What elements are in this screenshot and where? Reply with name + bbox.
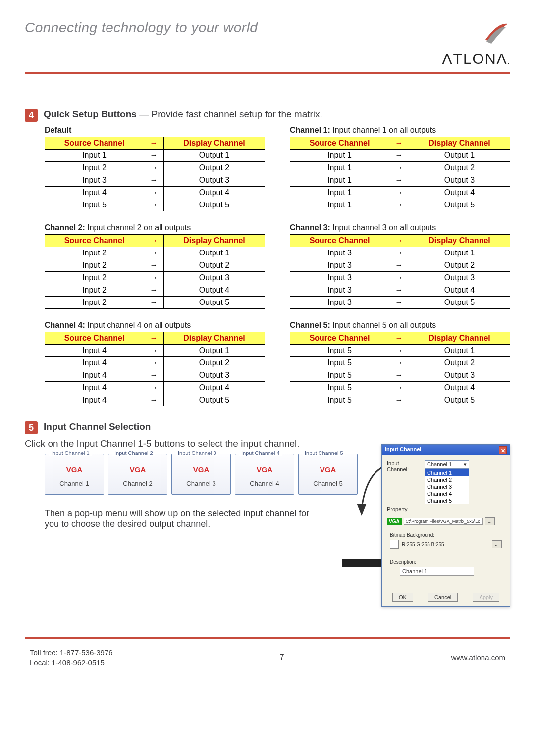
source-cell: Input 4 xyxy=(45,369,144,382)
col-arrow: → xyxy=(144,137,164,150)
table-row: Input 3→Output 1 xyxy=(290,247,510,259)
table-row: Input 1→Output 1 xyxy=(290,150,510,162)
bitmap-path-field[interactable]: C:\Program Files\VGA_Matrix_5x5\Lo xyxy=(404,518,483,525)
input-channel-button-1[interactable]: Input Channel 1VGAChannel 1 xyxy=(45,454,104,495)
channel-legend: Input Channel 2 xyxy=(112,450,155,456)
header-divider xyxy=(25,72,510,74)
channel-mapping-table: Source Channel→Display ChannelInput 2→Ou… xyxy=(45,234,265,309)
input-channel-label: Input Channel: xyxy=(387,460,422,472)
col-display: Display Channel xyxy=(409,137,510,150)
vga-badge: VGA xyxy=(387,518,402,525)
table-row: Input 1→Output 2 xyxy=(290,162,510,174)
contact-info: Toll free: 1-877-536-3976 Local: 1-408-9… xyxy=(30,647,113,668)
col-display: Display Channel xyxy=(164,332,265,345)
input-channel-button-2[interactable]: Input Channel 2VGAChannel 2 xyxy=(108,454,167,495)
arrow-cell: → xyxy=(389,357,409,369)
table-row: Input 4→Output 3 xyxy=(45,369,265,382)
arrow-cell: → xyxy=(389,284,409,297)
cancel-button[interactable]: Cancel xyxy=(428,593,458,602)
browse-button[interactable]: ... xyxy=(485,517,495,525)
display-cell: Output 5 xyxy=(409,394,510,406)
arrow-cell: → xyxy=(389,199,409,211)
source-cell: Input 5 xyxy=(290,345,389,357)
arrow-cell: → xyxy=(144,199,164,211)
arrow-cell: → xyxy=(389,297,409,309)
input-channel-button-3[interactable]: Input Channel 3VGAChannel 3 xyxy=(171,454,231,495)
input-channel-dialog: Input Channel ✕ Input Channel: Channel 1… xyxy=(381,444,510,607)
source-cell: Input 1 xyxy=(290,174,389,187)
col-display: Display Channel xyxy=(164,235,265,247)
bitmap-background-label: Bitmap Background: xyxy=(390,532,502,538)
dropdown-option[interactable]: Channel 3 xyxy=(425,483,469,490)
display-cell: Output 5 xyxy=(409,199,510,211)
table-caption: Channel 2: Input channel 2 on all output… xyxy=(45,223,265,232)
source-cell: Input 4 xyxy=(45,382,144,394)
source-cell: Input 1 xyxy=(290,199,389,211)
source-cell: Input 2 xyxy=(45,272,144,284)
description-field[interactable]: Channel 1 xyxy=(400,567,474,576)
display-cell: Output 4 xyxy=(164,284,265,297)
channel-legend: Input Channel 1 xyxy=(49,450,92,456)
table-caption: Channel 4: Input channel 4 on all output… xyxy=(45,321,265,330)
arrow-cell: → xyxy=(144,162,164,174)
input-channel-button-5[interactable]: Input Channel 5VGAChannel 5 xyxy=(298,454,358,495)
source-cell: Input 4 xyxy=(45,394,144,406)
display-cell: Output 5 xyxy=(164,297,265,309)
section-4-title: Quick Setup Buttons — Provide fast chann… xyxy=(44,109,322,120)
arrow-cell: → xyxy=(144,247,164,259)
dropdown-option[interactable]: Channel 4 xyxy=(425,490,469,497)
table-row: Input 2→Output 5 xyxy=(45,297,265,309)
table-row: Input 5→Output 5 xyxy=(45,199,265,211)
arrow-cell: → xyxy=(144,174,164,187)
arrow-cell: → xyxy=(389,394,409,406)
color-swatch[interactable] xyxy=(390,540,399,549)
source-cell: Input 5 xyxy=(290,394,389,406)
channel-mapping-table: Source Channel→Display ChannelInput 5→Ou… xyxy=(290,332,510,406)
arrow-cell: → xyxy=(389,272,409,284)
channel-type: VGA xyxy=(240,465,289,474)
brand-logo: ΛTLONΛ. xyxy=(442,20,510,67)
display-cell: Output 4 xyxy=(409,284,510,297)
table-row: Input 2→Output 2 xyxy=(45,162,265,174)
mapping-table-0: DefaultSource Channel→Display ChannelInp… xyxy=(45,126,265,211)
property-label: Property xyxy=(387,506,422,512)
website-url: www.atlona.com xyxy=(451,654,505,662)
col-display: Display Channel xyxy=(409,332,510,345)
dialog-close-button[interactable]: ✕ xyxy=(499,446,507,454)
source-cell: Input 3 xyxy=(290,247,389,259)
table-row: Input 3→Output 4 xyxy=(290,284,510,297)
display-cell: Output 4 xyxy=(409,382,510,394)
source-cell: Input 4 xyxy=(45,187,144,199)
dialog-title: Input Channel xyxy=(385,446,421,454)
display-cell: Output 5 xyxy=(409,297,510,309)
ok-button[interactable]: OK xyxy=(392,593,413,602)
arrow-cell: → xyxy=(389,150,409,162)
dropdown-option[interactable]: Channel 1 xyxy=(425,469,469,476)
dropdown-option[interactable]: Channel 5 xyxy=(425,497,469,504)
display-cell: Output 3 xyxy=(164,272,265,284)
display-cell: Output 1 xyxy=(409,345,510,357)
source-cell: Input 1 xyxy=(290,150,389,162)
mapping-table-4: Channel 4: Input channel 4 on all output… xyxy=(45,321,265,406)
color-picker-button[interactable]: ... xyxy=(492,540,502,548)
input-channel-dropdown-list[interactable]: Channel 1Channel 2Channel 3Channel 4Chan… xyxy=(425,469,469,504)
table-row: Input 4→Output 2 xyxy=(45,357,265,369)
apply-button[interactable]: Apply xyxy=(473,593,499,602)
source-cell: Input 4 xyxy=(45,345,144,357)
arrow-cell: → xyxy=(389,162,409,174)
col-display: Display Channel xyxy=(409,235,510,247)
table-row: Input 1→Output 5 xyxy=(290,199,510,211)
source-cell: Input 2 xyxy=(45,284,144,297)
channel-type: VGA xyxy=(177,465,225,474)
arrow-cell: → xyxy=(144,284,164,297)
input-channel-combobox[interactable]: Channel 1▾ xyxy=(425,460,469,469)
source-cell: Input 4 xyxy=(45,357,144,369)
col-display: Display Channel xyxy=(164,137,265,150)
input-channel-button-4[interactable]: Input Channel 4VGAChannel 4 xyxy=(235,454,294,495)
table-row: Input 5→Output 5 xyxy=(290,394,510,406)
display-cell: Output 3 xyxy=(409,174,510,187)
dropdown-option[interactable]: Channel 2 xyxy=(425,476,469,483)
display-cell: Output 2 xyxy=(164,259,265,272)
arrow-cell: → xyxy=(389,382,409,394)
source-cell: Input 2 xyxy=(45,297,144,309)
